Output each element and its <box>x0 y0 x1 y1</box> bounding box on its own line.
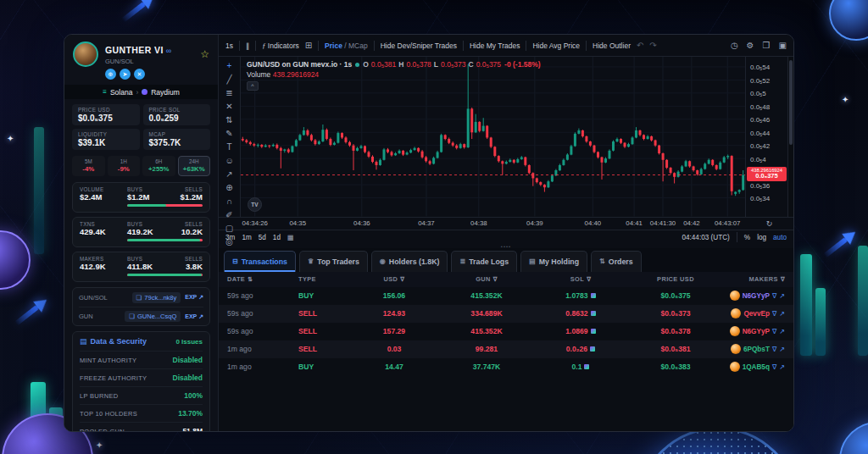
tab-orders[interactable]: ⇅Orders <box>591 251 642 272</box>
time-tick: 04:40 <box>585 219 602 227</box>
alert-icon[interactable]: ◷ <box>731 41 738 50</box>
tx-gun: 37.747K <box>437 363 536 371</box>
price-mcap-toggle[interactable]: Price / MCap <box>325 42 368 50</box>
log-scale-button[interactable]: log <box>757 234 766 241</box>
maker-avatar <box>731 344 741 354</box>
col-date[interactable]: DATE⇅ <box>227 275 298 283</box>
timeframe-6h[interactable]: 6H+255% <box>142 156 175 176</box>
crosshair-icon[interactable]: + <box>227 62 232 70</box>
col-usd[interactable]: USD∇ <box>351 275 437 283</box>
tx-maker[interactable]: 6PQbsT∇↗ <box>726 344 785 354</box>
long-short-position-icon[interactable]: ⇅ <box>225 116 232 125</box>
hide-dev-sniper-button[interactable]: Hide Dev/Sniper Trades <box>381 42 457 50</box>
text-icon[interactable]: T <box>226 143 231 152</box>
scrollbar-thumb[interactable] <box>789 60 793 145</box>
stat-price-usd: PRICE USD$0.0₅375 <box>72 104 140 125</box>
timeframe-1h[interactable]: 1H-9% <box>108 156 141 176</box>
tradingview-logo[interactable]: TV <box>248 197 262 212</box>
fib-retracement-icon[interactable]: ≣ <box>225 89 232 97</box>
interval-button[interactable]: 1s <box>225 42 233 50</box>
xabcd-pattern-icon[interactable]: ✕ <box>225 102 232 111</box>
col-price-usd[interactable]: PRICE USD <box>626 275 726 283</box>
sol-icon <box>590 346 595 352</box>
tx-maker[interactable]: N6GYyP∇↗ <box>726 326 785 336</box>
tx-sol: 0.0₂26 <box>536 345 626 353</box>
pane-resize-handle[interactable]: •••• <box>219 245 793 248</box>
timeframe-5m[interactable]: 5M-4% <box>72 156 105 176</box>
hide-avg-price-button[interactable]: Hide Avg Price <box>532 42 580 50</box>
magnet-icon[interactable]: ∩ <box>226 197 232 206</box>
col-type[interactable]: TYPE <box>298 275 351 283</box>
collapse-pane-button[interactable]: ^ <box>247 81 259 91</box>
draw-mode-icon[interactable]: ✐ <box>225 211 232 219</box>
price-axis[interactable]: 438.29616924 0.0₅375 0.0₅540.0₅520.0₅50.… <box>745 57 787 217</box>
percent-scale-button[interactable]: % <box>744 234 750 241</box>
breadcrumb-dex[interactable]: Raydium <box>151 88 180 97</box>
copy-address-button[interactable]: ❏GUNe...CsqQ <box>125 311 181 322</box>
tx-type: SELL <box>298 327 351 335</box>
measure-icon[interactable]: ↗ <box>225 170 232 179</box>
col-sol[interactable]: SOL∇ <box>536 275 626 283</box>
emoji-icon[interactable]: ☺ <box>225 157 233 165</box>
indicators-button[interactable]: ƒ Indicators <box>262 42 298 50</box>
settings-gear-icon[interactable]: ⚙ <box>747 41 754 50</box>
table-row[interactable]: 59s ago BUY 156.06 415.352K 1.0783 $0.0₅… <box>219 287 793 305</box>
fullscreen-icon[interactable]: ❒ <box>763 41 771 50</box>
range-5d-button[interactable]: 5d <box>259 234 266 241</box>
favorite-star-icon[interactable]: ☆ <box>200 48 209 60</box>
trend-line-icon[interactable]: ╱ <box>226 75 231 84</box>
tx-price: $0.0₅373 <box>626 309 726 318</box>
table-row[interactable]: 59s ago SELL 157.29 415.352K 1.0869 $0.0… <box>219 323 793 340</box>
undo-icon[interactable]: ↶ <box>637 41 643 50</box>
zoom-in-icon[interactable]: ⊕ <box>225 184 232 192</box>
tab-transactions[interactable]: ⊟Transactions <box>224 251 296 272</box>
twitter-icon[interactable]: ✕ <box>134 69 145 80</box>
hide-my-trades-button[interactable]: Hide My Trades <box>470 42 520 50</box>
tx-gun: 415.352K <box>437 291 536 300</box>
timeframe-row: 5M-4% 1H-9% 6H+255% 24H+63K% <box>64 152 218 178</box>
table-row[interactable]: 59s ago SELL 124.93 334.689K 0.8632 $0.0… <box>219 305 793 323</box>
raydium-icon <box>142 89 147 95</box>
tab-trade-logs[interactable]: ≣Trade Logs <box>451 251 517 272</box>
table-row[interactable]: 1m ago BUY 14.47 37.747K 0.1 $0.0₅383 1Q… <box>219 358 793 376</box>
brush-icon[interactable]: ✎ <box>225 130 232 138</box>
hide-outlier-button[interactable]: Hide Outlier <box>593 42 631 50</box>
redo-icon[interactable]: ↷ <box>649 41 656 50</box>
snapshot-camera-icon[interactable]: ▣ <box>779 41 787 50</box>
candle-style-icon[interactable]: ∥ <box>246 42 249 50</box>
link-icon[interactable]: ∞ <box>166 47 171 55</box>
time-tick: 04:36 <box>353 219 370 227</box>
tab-my-holding[interactable]: ▤My Holding <box>520 251 587 272</box>
range-1d-button[interactable]: 1d <box>273 234 281 241</box>
col-gun[interactable]: GUN∇ <box>437 275 536 283</box>
tx-maker[interactable]: 1QAB5q∇↗ <box>726 362 785 372</box>
price-tick: 0.0₅44 <box>750 130 770 137</box>
chart-plot[interactable]: GUN/USD on GUN mevx.io · 1s O0.0₅381 H0.… <box>241 57 745 217</box>
tx-date: 59s ago <box>227 309 298 318</box>
tx-maker[interactable]: QevvEp∇↗ <box>726 308 785 318</box>
go-to-realtime-icon[interactable]: ↻ <box>766 219 773 228</box>
table-row[interactable]: 1m ago SELL 0.03 99.281 0.0₂26 $0.0₅381 … <box>219 340 793 358</box>
time-tick: 04:41:30 <box>650 219 676 227</box>
col-makers[interactable]: MAKERS∇ <box>726 275 785 283</box>
copy-address-button[interactable]: ❏79ck...nk8y <box>132 292 181 303</box>
time-axis[interactable]: 04:34:2604:3504:3604:3704:3804:3904:4004… <box>241 218 745 230</box>
explorer-link[interactable]: EXP ↗ <box>185 313 203 320</box>
security-title[interactable]: Data & Security <box>91 337 176 346</box>
telegram-icon[interactable]: ➤ <box>120 69 131 80</box>
website-icon[interactable]: ⊕ <box>105 69 116 80</box>
auto-scale-button[interactable]: auto <box>773 234 787 241</box>
range-1m-button[interactable]: 1m <box>242 234 251 241</box>
copy-icon: ❏ <box>129 313 135 320</box>
layout-grid-icon[interactable]: ⊞ <box>305 41 312 50</box>
window-scrollbar[interactable] <box>787 57 793 217</box>
tx-maker[interactable]: N6GYyP∇↗ <box>726 291 785 301</box>
tab-holders[interactable]: ◉Holders (1.8K) <box>371 251 448 272</box>
tab-top-traders[interactable]: ♛Top Traders <box>299 251 368 272</box>
explorer-link[interactable]: EXP ↗ <box>185 294 203 301</box>
breadcrumb-chain[interactable]: Solana <box>110 88 132 97</box>
clock-readout[interactable]: 04:44:03 (UTC) <box>682 234 729 241</box>
lock-all-icon[interactable]: ▢ <box>225 224 233 233</box>
timeframe-24h[interactable]: 24H+63K% <box>178 156 211 176</box>
calendar-icon[interactable]: ▦ <box>287 233 294 241</box>
